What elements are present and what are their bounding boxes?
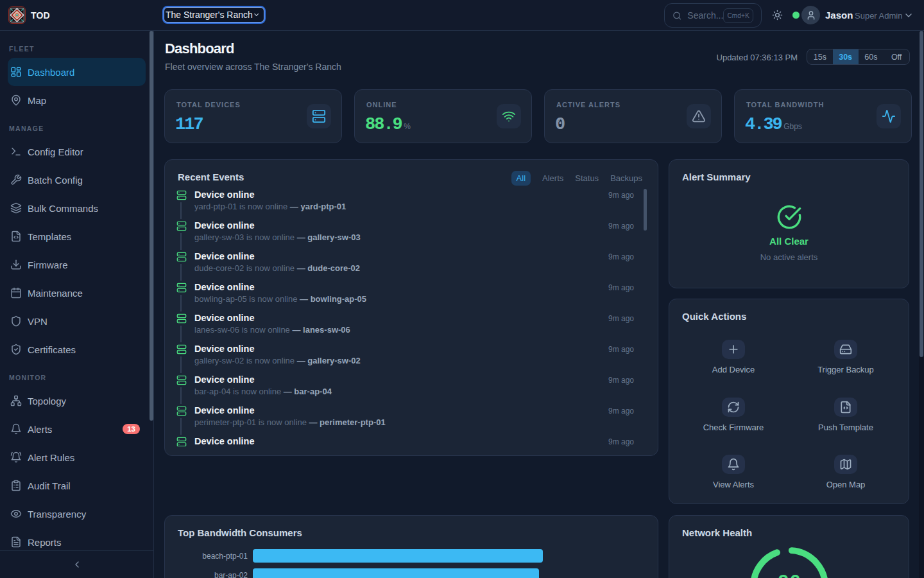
svg-text:96: 96	[778, 572, 801, 578]
